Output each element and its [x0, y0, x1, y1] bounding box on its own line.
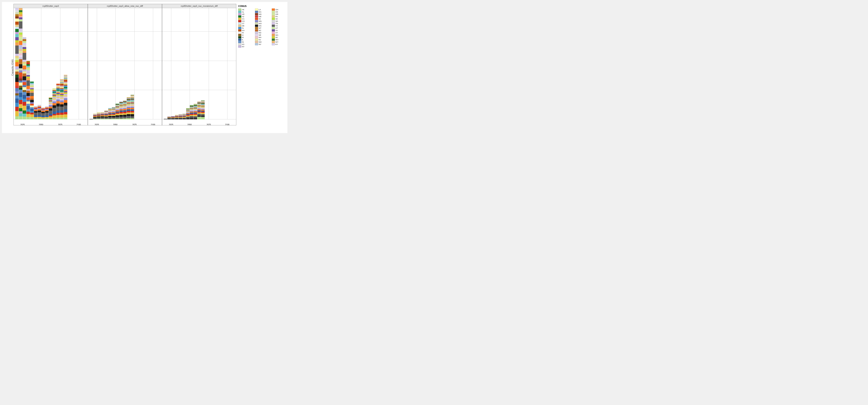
legend-swatch-mn: [255, 20, 258, 22]
bar-p1-g8: [41, 107, 45, 119]
bar-p3-g4: [175, 115, 179, 119]
seg: [45, 111, 49, 113]
seg: [34, 118, 37, 119]
legend-label-il: IL: [242, 38, 243, 41]
seg: [34, 113, 37, 115]
seg: [26, 117, 30, 119]
seg: [53, 114, 56, 116]
bar-p2-g4: [101, 112, 104, 120]
seg-ME: [15, 86, 19, 88]
seg: [30, 89, 34, 91]
legend-area: CONUS AKLAOHALMAOKARMDORAZMEPACAMISCCOMN…: [236, 4, 286, 125]
legend-label-ak: AK: [242, 8, 244, 10]
legend-item-al: AL: [238, 11, 255, 13]
seg: [201, 113, 205, 114]
seg: [167, 119, 171, 119]
seg: [26, 93, 30, 96]
seg: [19, 100, 22, 104]
seg: [26, 66, 30, 67]
seg: [56, 101, 60, 103]
legend-item-nm: NM: [255, 41, 271, 43]
bar-p3-g6: [183, 114, 186, 119]
seg: [26, 67, 30, 69]
seg: [26, 98, 30, 100]
seg: [30, 114, 34, 117]
legend-swatch-nj: [255, 38, 258, 41]
seg: [197, 114, 201, 115]
legend-swatch-id: [238, 36, 241, 38]
legend-label-la: LA: [259, 8, 261, 10]
legend-swatch-oh: [272, 8, 275, 10]
seg: [60, 110, 63, 113]
legend-label-wa: WA: [275, 34, 278, 36]
xlabel-2025-p2: 2025: [95, 124, 99, 125]
seg: [19, 39, 22, 41]
seg: [19, 10, 22, 12]
seg: [60, 104, 63, 107]
seg: [60, 99, 63, 100]
xlabel-2025-p1: 2025: [21, 124, 25, 125]
bar-p2-g10: [123, 100, 127, 119]
bar-p2-g3: [97, 113, 100, 119]
chart-container: Capacity (GW) rcp85hotter_ssp3: [2, 2, 287, 133]
panel-2-plot: 2025 2050 2075 2100: [88, 8, 162, 125]
legend-swatch-hi: [238, 32, 241, 34]
legend-item-wa: WA: [272, 34, 288, 36]
seg: [127, 110, 130, 111]
seg-CT: [15, 27, 19, 29]
bar-p2-g11: [127, 97, 130, 119]
legend-item-mn: MN: [255, 20, 271, 22]
seg-OK: [15, 60, 19, 62]
seg: [19, 29, 22, 31]
seg: [53, 112, 56, 114]
seg: [34, 111, 37, 113]
legend-label-wi: WI: [275, 36, 278, 38]
seg: [26, 100, 30, 101]
legend-swatch-ca: [238, 18, 241, 20]
seg: [23, 41, 26, 43]
bar-p1-g5: [30, 64, 34, 120]
seg: [64, 97, 67, 98]
legend-item-de: DE: [238, 25, 255, 27]
legend-swatch-sc: [272, 18, 275, 20]
seg: [197, 115, 201, 117]
legend-swatch-mo: [255, 22, 258, 25]
seg: [19, 68, 22, 70]
seg: [26, 110, 30, 112]
seg: [171, 119, 175, 119]
seg: [64, 86, 67, 87]
seg: [19, 62, 22, 64]
seg-CA: [15, 111, 19, 116]
seg-MO: [15, 12, 19, 14]
seg: [45, 110, 49, 111]
seg-CO: [15, 107, 19, 111]
seg: [23, 73, 26, 76]
seg: [30, 107, 34, 109]
seg: [104, 119, 108, 119]
seg: [26, 72, 30, 73]
seg: [34, 110, 37, 111]
seg: [64, 98, 67, 100]
seg: [23, 71, 26, 73]
seg-MI: [15, 82, 19, 86]
seg: [30, 113, 34, 114]
seg: [23, 62, 26, 64]
seg: [23, 49, 26, 51]
seg: [60, 118, 63, 119]
seg: [49, 107, 52, 108]
legend-label-oh: OH: [275, 8, 278, 10]
bar-p2-g2: [93, 114, 97, 119]
legend-item-tx: TX: [272, 25, 288, 27]
legend-item-co: CO: [238, 20, 255, 22]
seg: [60, 98, 63, 99]
bar-p3-g2: [167, 117, 171, 119]
seg: [23, 117, 26, 119]
seg: [131, 110, 134, 111]
seg: [127, 111, 130, 113]
panel-1-plot: 0 25 50 75 100: [14, 8, 88, 125]
bar-p3-g7: [186, 108, 190, 119]
seg: [104, 118, 108, 119]
seg: [60, 115, 63, 118]
legend-title: CONUS: [238, 5, 285, 7]
legend-item-nv: NV: [255, 43, 271, 45]
